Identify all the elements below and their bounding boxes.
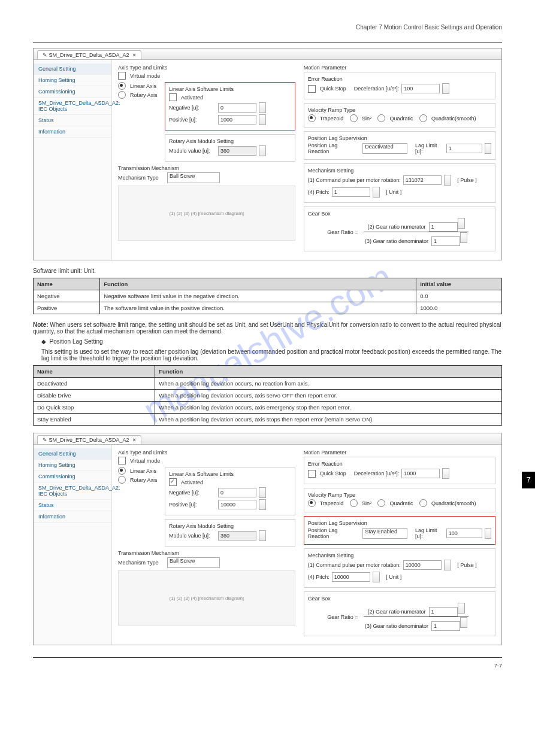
linear-radio-2[interactable] [118, 467, 126, 475]
decel-input[interactable]: 100 [401, 84, 440, 93]
p1-input[interactable]: 131072 [403, 175, 442, 185]
motion-title: Motion Parameter [304, 65, 495, 71]
sidebar-item-information[interactable]: Information [34, 126, 111, 138]
gearratio-label: Gear Ratio = [327, 229, 358, 235]
gear-den-input-2[interactable]: 1 [431, 621, 460, 631]
p4-label: (4) Pitch: [308, 189, 330, 195]
laglimit-input[interactable]: 1 [446, 144, 482, 153]
mechtype-label: Mechanism Type [118, 175, 165, 181]
ramp-quadratic-2[interactable] [377, 499, 385, 507]
modulo-fieldset: Rotary Axis Modulo Setting Modulo value … [165, 134, 295, 162]
tab-drive[interactable]: ✎ SM_Drive_ETC_Delta_ASDA_A2× [37, 50, 141, 59]
negative-stepper-2[interactable] [259, 487, 266, 498]
table-swlimits: NameFunctionInitial value NegativeNegati… [33, 278, 502, 314]
lag-fieldset-1: Position Lag Supervision Position Lag Re… [304, 131, 495, 160]
sidebar-item-general-2[interactable]: General Setting [34, 448, 111, 460]
tab-label-2: ✎ SM_Drive_ETC_Delta_ASDA_A2 [43, 437, 129, 443]
laglimit-label: Lag Limit [u]: [415, 142, 444, 154]
positive-label: Positive [u]: [169, 117, 216, 123]
quickstop-checkbox-2[interactable] [308, 470, 316, 478]
laglimit-stepper-2[interactable] [485, 528, 491, 539]
sidebar-item-iec[interactable]: SM_Drive_ETC_Delta_ASDA_A2: IEC Objects [34, 98, 111, 115]
activated-checkbox-2[interactable] [169, 478, 177, 486]
side-chapter-tab: 7 [522, 472, 535, 488]
axis-type-title: Axis Type and Limits [118, 65, 295, 71]
sidebar-item-homing[interactable]: Homing Setting [34, 75, 111, 86]
tab-label: ✎ SM_Drive_ETC_Delta_ASDA_A2 [43, 52, 129, 58]
axis-type-title-2: Axis Type and Limits [118, 450, 295, 456]
gearbox-fieldset: Gear Box Gear Ratio = (2) Gear ratio num… [304, 207, 495, 251]
virtual-mode-checkbox[interactable] [118, 72, 126, 80]
laglimit-input-2[interactable]: 100 [446, 529, 482, 538]
close-icon[interactable]: × [133, 52, 136, 58]
sidebar-2: General Setting Homing Setting Commissio… [34, 445, 112, 645]
decel-stepper-2[interactable] [442, 468, 449, 479]
ramp-sin2-2[interactable] [350, 499, 358, 507]
linear-radio[interactable] [118, 82, 126, 90]
gear-den-stepper-2[interactable] [460, 617, 467, 628]
positive-stepper[interactable] [259, 114, 266, 125]
modulo-stepper [259, 145, 266, 156]
decel-input-2[interactable]: 1000 [401, 469, 440, 478]
activated-checkbox[interactable] [169, 93, 177, 101]
gear-den-input[interactable]: 1 [431, 236, 460, 246]
ramp-trapezoid[interactable] [308, 114, 316, 122]
modulo-label: Modulo value [u]: [169, 148, 216, 154]
sidebar-item-information-2[interactable]: Information [34, 511, 111, 523]
p4-stepper[interactable] [373, 187, 380, 198]
rotary-radio-2[interactable] [118, 476, 126, 484]
sidebar-item-commissioning-2[interactable]: Commissioning [34, 471, 111, 482]
p4-stepper-2[interactable] [373, 572, 380, 582]
negative-input-2[interactable]: 0 [218, 488, 256, 497]
mechtype-select-2[interactable]: Ball Screw [167, 557, 220, 568]
p1-input-2[interactable]: 10000 [403, 560, 442, 570]
p4-input-2[interactable]: 10000 [332, 572, 370, 582]
mechtype-select[interactable]: Ball Screw [167, 172, 220, 183]
p1-stepper-2[interactable] [444, 560, 451, 570]
gear-num-stepper[interactable] [458, 218, 465, 229]
ramp-trapezoid-2[interactable] [308, 499, 316, 507]
sidebar-item-iec-2[interactable]: SM_Drive_ETC_Delta_ASDA_A2: IEC Objects [34, 482, 111, 500]
gear-den-stepper[interactable] [460, 232, 467, 243]
negative-input[interactable]: 0 [218, 103, 256, 113]
ramp-quadsmooth-2[interactable] [419, 499, 427, 507]
gear-num-input-2[interactable]: 1 [429, 607, 458, 617]
negative-stepper[interactable] [259, 102, 266, 113]
laglimit-stepper[interactable] [485, 143, 491, 154]
gearbox-fieldset-2: Gear Box Gear Ratio = (2) Gear ratio num… [304, 591, 495, 636]
sidebar-item-status[interactable]: Status [34, 115, 111, 126]
tab-drive-2[interactable]: ✎ SM_Drive_ETC_Delta_ASDA_A2× [37, 435, 141, 444]
software-limits-fieldset: Linear Axis Software Limits Activated Ne… [165, 82, 295, 130]
virtual-checkbox-2[interactable] [118, 457, 126, 464]
rotary-radio[interactable] [118, 91, 126, 99]
decel-label: Deceleration [u/s²]: [354, 86, 400, 92]
ramp-quadratic[interactable] [377, 114, 385, 122]
sidebar-item-status-2[interactable]: Status [34, 500, 111, 511]
decel-stepper[interactable] [442, 83, 449, 94]
transmission-title-2: Transmission Mechanism [118, 550, 295, 556]
motion-title-2: Motion Parameter [304, 450, 495, 456]
p1-stepper[interactable] [444, 175, 451, 186]
header-rule [33, 42, 502, 43]
lagreact-select[interactable]: Deactivated [362, 143, 407, 154]
quickstop-checkbox[interactable] [308, 85, 316, 93]
negative-label: Negative [u]: [169, 105, 216, 111]
sidebar-item-homing-2[interactable]: Homing Setting [34, 460, 111, 471]
ramp-quadsmooth[interactable] [419, 114, 427, 122]
sidebar-item-general[interactable]: General Setting [34, 63, 111, 75]
rotary-label: Rotary Axis [130, 92, 158, 98]
transmission-title: Transmission Mechanism [118, 165, 295, 171]
close-icon-2[interactable]: × [133, 437, 136, 443]
lagreact-select-2[interactable]: Stay Enabled [362, 528, 407, 539]
positive-input-2[interactable]: 10000 [218, 500, 256, 509]
note: Note: When users set software limit rang… [33, 321, 502, 335]
gear-num-input[interactable]: 1 [429, 222, 458, 232]
p4-input[interactable]: 1 [332, 187, 370, 197]
ramp-sin2[interactable] [350, 114, 358, 122]
positive-stepper-2[interactable] [259, 499, 266, 510]
gear-num-stepper-2[interactable] [458, 603, 465, 614]
lagreact-label: Position Lag Reaction [308, 142, 356, 154]
lag-title: Position Lag Supervision [308, 135, 491, 141]
sidebar-item-commissioning[interactable]: Commissioning [34, 86, 111, 98]
positive-input[interactable]: 1000 [218, 115, 256, 125]
